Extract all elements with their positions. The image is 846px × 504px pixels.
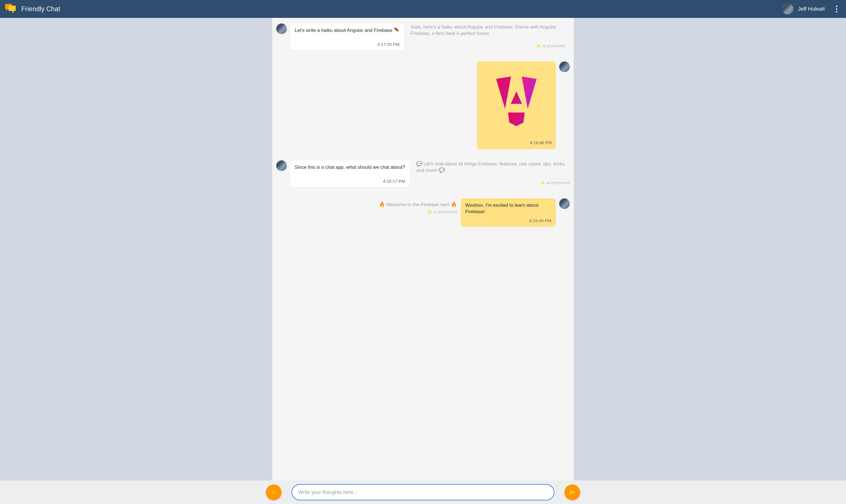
app-title: Friendly Chat: [21, 5, 60, 13]
ai-greeting-text: 🔥 Welcome to the Firebase fam! 🔥: [276, 202, 457, 208]
sender-avatar: [276, 23, 287, 34]
message-row: 4:16:48 PM: [276, 61, 570, 149]
angular-logo-image: [477, 61, 556, 140]
svg-marker-1: [6, 8, 8, 11]
main-area: Let's write a haiku about Angular and Fi…: [0, 18, 846, 481]
message-row: Since this is a chat app, what should we…: [276, 160, 570, 187]
svg-marker-5: [522, 76, 536, 109]
message-row: Let's write a haiku about Angular and Fi…: [276, 23, 570, 50]
message-input[interactable]: [292, 484, 554, 500]
message-timestamp: 4:15:44 PM: [465, 218, 551, 224]
svg-marker-7: [508, 113, 525, 126]
ai-greeting: 🔥 Welcome to the Firebase fam! 🔥 ✨ ai ge…: [276, 198, 457, 214]
ai-generated-tag: ✨ ai generated: [416, 180, 570, 185]
send-button[interactable]: [564, 484, 580, 500]
ai-generated-tag: ✨ ai generated: [411, 43, 566, 49]
add-attachment-button[interactable]: [266, 484, 282, 500]
message-text: Let's write a haiku about Angular and Fi…: [295, 28, 400, 34]
sender-avatar: [559, 198, 570, 209]
app-header: Friendly Chat Jeff Huleatt: [0, 0, 846, 18]
message-bubble: Let's write a haiku about Angular and Fi…: [290, 23, 404, 50]
svg-rect-2: [8, 5, 16, 11]
ai-response-text: 💬 Let's chat about all things Firebase: …: [416, 161, 570, 174]
user-avatar[interactable]: [782, 3, 793, 15]
message-timestamp: 4:16:17 PM: [295, 179, 405, 184]
ai-response: 💬 Let's chat about all things Firebase: …: [415, 160, 570, 185]
message-timestamp: 4:16:48 PM: [530, 140, 556, 149]
user-block[interactable]: Jeff Huleatt: [782, 3, 841, 15]
ai-response-text: Sure, here's a haiku about Angular and F…: [411, 24, 566, 37]
image-message-bubble: 4:16:48 PM: [477, 61, 556, 149]
user-name: Jeff Huleatt: [798, 6, 825, 12]
ai-generated-tag: ✨ ai generated: [276, 209, 457, 214]
message-row: 🔥 Welcome to the Firebase fam! 🔥 ✨ ai ge…: [276, 198, 570, 227]
message-bubble: Woohoo, I'm excited to learn about Fireb…: [461, 198, 556, 227]
kebab-menu-icon[interactable]: [833, 3, 841, 15]
svg-marker-6: [511, 91, 522, 104]
app-logo-icon: [4, 2, 17, 16]
svg-marker-4: [496, 76, 511, 109]
message-text: Woohoo, I'm excited to learn about Fireb…: [465, 202, 551, 215]
sender-avatar: [276, 160, 287, 171]
message-timestamp: 4:17:25 PM: [295, 42, 400, 48]
svg-point-8: [569, 492, 570, 493]
message-text: Since this is a chat app, what should we…: [295, 164, 405, 171]
svg-marker-3: [11, 10, 13, 13]
sender-avatar: [559, 61, 570, 72]
composer-bar: [0, 481, 846, 504]
ai-response: Sure, here's a haiku about Angular and F…: [409, 23, 566, 49]
logo-block: Friendly Chat: [4, 2, 60, 16]
message-bubble: Since this is a chat app, what should we…: [290, 160, 410, 187]
chat-column: Let's write a haiku about Angular and Fi…: [272, 18, 574, 481]
